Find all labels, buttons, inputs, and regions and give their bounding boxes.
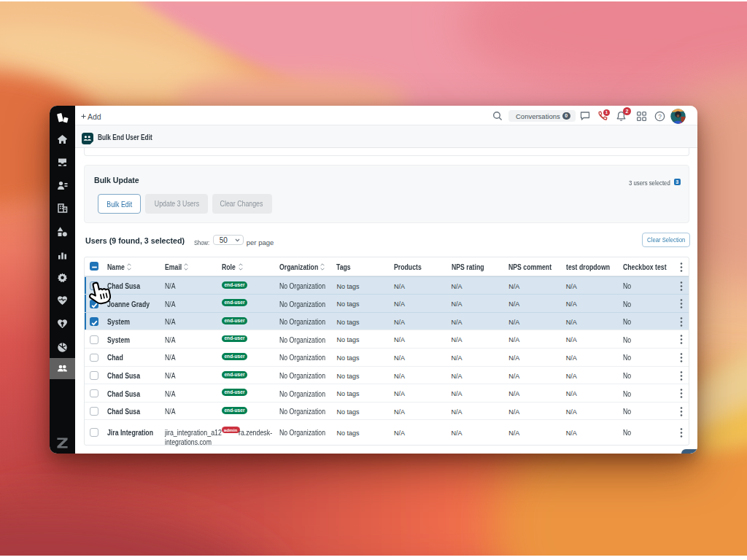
svg-text:?: ? (658, 113, 662, 120)
